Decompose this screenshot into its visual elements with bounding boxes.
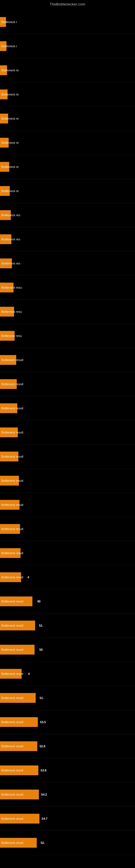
bar-row: Bottleneck res: [0, 203, 135, 227]
bar-row: Bottleneck resu: [0, 324, 135, 348]
bar-label: Bottleneck result: [1, 648, 24, 652]
bar-label: Bottleneck result: [1, 841, 24, 845]
bar-row: Bottleneck result: [0, 493, 135, 517]
bar-label: Bottleneck result: [1, 430, 24, 435]
bar-row: Bottleneck res: [0, 251, 135, 275]
bar-value: 52.: [41, 841, 45, 844]
bar-label: Bottleneck result: [1, 720, 24, 724]
bar-label: Bottleneck result: [1, 478, 24, 483]
bar-value: 51.: [40, 696, 44, 700]
bar-value: 50: [39, 648, 43, 651]
bar-row: Bottleneck re: [0, 131, 135, 155]
bar-row: Bottleneck re: [0, 83, 135, 106]
bar-row: 53.5Bottleneck result: [0, 710, 135, 734]
bar-label: Bottleneck result: [1, 768, 24, 773]
bar-row: Bottleneck resu: [0, 300, 135, 323]
bar-label: Bottleneck re: [1, 165, 19, 169]
bar-label: Bottleneck resu: [1, 334, 23, 338]
bar-label: Bottleneck res: [1, 213, 21, 217]
bar-value: 51.: [39, 624, 43, 627]
bar-row: Bottleneck res: [0, 227, 135, 251]
bar-row: 50Bottleneck result: [0, 638, 135, 661]
bar-row: Bottleneck re: [0, 155, 135, 179]
bar-label: Bottleneck result: [1, 503, 24, 507]
bar-row: Bottleneck result: [0, 541, 135, 565]
bar-value: 54.2: [41, 793, 47, 796]
bar-row: 52.Bottleneck result: [0, 831, 135, 855]
bar-row: Bottleneck r: [0, 34, 135, 58]
bar-label: Bottleneck re: [1, 141, 19, 145]
bar-value: 4: [28, 576, 29, 579]
bar-value: 53.8: [41, 769, 46, 772]
bar-row: 4Bottleneck result: [0, 662, 135, 686]
bar-label: Bottleneck r: [1, 20, 18, 24]
bar-value: 52.9: [40, 745, 45, 748]
bar-row: 51.Bottleneck result: [0, 614, 135, 638]
bar-label: Bottleneck result: [1, 527, 24, 531]
bar-row: Bottleneck re: [0, 106, 135, 130]
bar-value: 53.5: [40, 720, 46, 724]
bar-label: Bottleneck result: [1, 575, 24, 579]
bar-label: Bottleneck r: [1, 44, 18, 48]
bar-label: Bottleneck resu: [1, 310, 23, 314]
site-title: TheBottlenecker.com: [0, 0, 135, 7]
bar-row: Bottleneck result: [0, 517, 135, 541]
bar-value: 49: [37, 600, 41, 603]
bar-label: Bottleneck result: [1, 454, 24, 459]
bar-label: Bottleneck result: [1, 382, 24, 386]
bar-label: Bottleneck result: [1, 551, 24, 555]
bar-row: Bottleneck re: [0, 179, 135, 203]
bar-label: Bottleneck resu: [1, 285, 23, 290]
bar-row: 53.8Bottleneck result: [0, 758, 135, 782]
bar-label: Bottleneck res: [1, 261, 21, 266]
chart-area: Bottleneck rBottleneck rBottleneck reBot…: [0, 7, 135, 855]
bar-label: Bottleneck result: [1, 816, 24, 821]
bar-label: Bottleneck result: [1, 744, 24, 748]
bar-value: 54.7: [42, 817, 48, 820]
bar-row: Bottleneck result: [0, 348, 135, 372]
bar-label: Bottleneck result: [1, 358, 24, 362]
bar-label: Bottleneck re: [1, 92, 19, 97]
bar-row: Bottleneck resu: [0, 276, 135, 300]
bar-row: 54.2Bottleneck result: [0, 782, 135, 806]
bar-label: Bottleneck result: [1, 406, 24, 410]
bar-row: 52.9Bottleneck result: [0, 734, 135, 758]
bar-row: 49Bottleneck result: [0, 589, 135, 613]
bar-label: Bottleneck re: [1, 116, 19, 121]
bar-row: 54.7Bottleneck result: [0, 807, 135, 831]
bar-label: Bottleneck re: [1, 189, 19, 193]
bar-row: Bottleneck result: [0, 421, 135, 444]
bar-label: Bottleneck res: [1, 237, 21, 241]
bar-label: Bottleneck result: [1, 696, 24, 700]
bar-row: Bottleneck r: [0, 10, 135, 34]
bar-row: 4Bottleneck result: [0, 565, 135, 589]
bar-label: Bottleneck result: [1, 599, 24, 603]
bar-label: Bottleneck result: [1, 792, 24, 797]
bar-row: Bottleneck result: [0, 396, 135, 420]
bar-value: 4: [28, 672, 30, 675]
bar-label: Bottleneck result: [1, 623, 24, 628]
bar-label: Bottleneck re: [1, 68, 19, 72]
bar-row: Bottleneck result: [0, 469, 135, 493]
bar-row: Bottleneck result: [0, 444, 135, 468]
bar-row: Bottleneck re: [0, 58, 135, 82]
bar-label: Bottleneck result: [1, 672, 24, 676]
bar-row: Bottleneck result: [0, 372, 135, 396]
bar-row: 51.Bottleneck result: [0, 686, 135, 710]
